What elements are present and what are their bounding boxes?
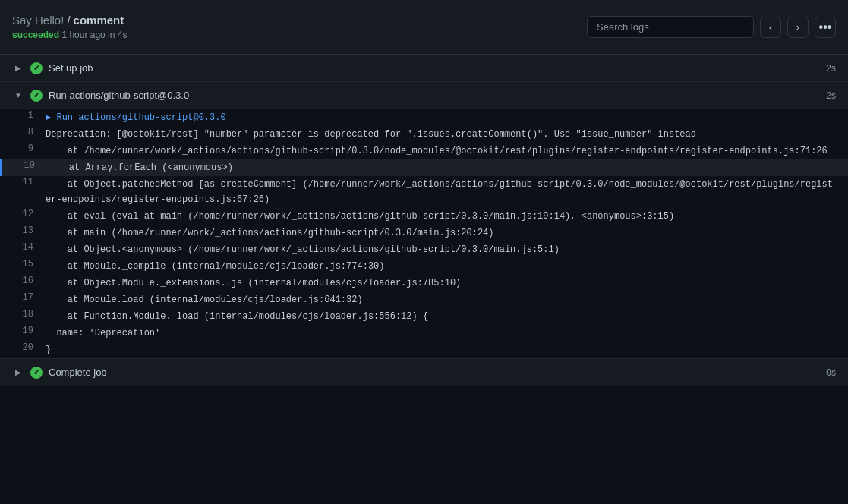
log-line[interactable]: 17 at Module.load (internal/modules/cjs/… [0, 291, 848, 308]
header-subtitle: succeeded 1 hour ago in 4s [12, 30, 127, 40]
line-number: 20 [0, 342, 46, 353]
log-line[interactable]: 8Deprecation: [@octokit/rest] "number" p… [0, 126, 848, 143]
log-line[interactable]: 16 at Object.Module._extensions..js (int… [0, 275, 848, 291]
more-options-button[interactable]: ••• [815, 17, 836, 38]
complete-job-label: Complete job [49, 367, 826, 378]
run-job-duration: 2s [826, 90, 836, 101]
status-text: succeeded [12, 30, 59, 40]
line-content: at main (/home/runner/work/_actions/acti… [46, 225, 848, 241]
header-title: Say Hello! / comment [12, 14, 127, 27]
complete-success-circle [30, 367, 43, 379]
line-content: at Object.<anonymous> (/home/runner/work… [46, 242, 848, 257]
line-content: at Object.Module._extensions..js (intern… [46, 276, 848, 291]
setup-check-icon [30, 62, 43, 74]
run-job-label: Run actions/github-script@0.3.0 [49, 90, 826, 101]
job-name: comment [74, 14, 125, 27]
log-line[interactable]: 12 at eval (eval at main (/home/runner/w… [0, 208, 848, 225]
line-number: 14 [0, 242, 46, 253]
line-number: 18 [0, 309, 46, 320]
log-line[interactable]: 11 at Object.patchedMethod [as createCom… [0, 176, 848, 208]
line-content: at Object.patchedMethod [as createCommen… [46, 177, 848, 207]
line-content: } [46, 342, 848, 358]
header: Say Hello! / comment succeeded 1 hour ag… [0, 0, 848, 55]
line-content: at Array.forEach (<anonymous>) [47, 160, 848, 175]
more-dots-icon: ••• [819, 20, 832, 34]
line-number: 12 [0, 209, 46, 219]
run-check-icon [30, 90, 43, 102]
log-line[interactable]: 19 name: 'Deprecation' [0, 325, 848, 342]
line-content: at Function.Module._load (internal/modul… [46, 309, 848, 324]
repo-name: Say Hello! [12, 14, 64, 27]
line-content: name: 'Deprecation' [46, 326, 848, 341]
line-number: 17 [0, 292, 46, 303]
line-content: at Module._compile (internal/modules/cjs… [46, 259, 848, 274]
setup-success-circle [30, 62, 43, 74]
line-number: 8 [0, 127, 46, 137]
line-content: at eval (eval at main (/home/runner/work… [46, 209, 848, 224]
line-content: at Module.load (internal/modules/cjs/loa… [46, 292, 848, 307]
next-nav-button[interactable]: › [787, 17, 809, 38]
line-number: 19 [0, 326, 46, 336]
setup-job-row[interactable]: ▶ Set up job 2s [0, 55, 848, 82]
content-area: ▶ Set up job 2s ▼ Run actions/github-scr… [0, 55, 848, 504]
log-line[interactable]: 10 at Array.forEach (<anonymous>) [0, 159, 848, 176]
run-chevron-icon: ▼ [12, 90, 24, 102]
log-line[interactable]: 18 at Function.Module._load (internal/mo… [0, 308, 848, 325]
line-content: at /home/runner/work/_actions/actions/gi… [46, 143, 848, 159]
line-number: 10 [2, 160, 47, 171]
run-job-row[interactable]: ▼ Run actions/github-script@0.3.0 2s [0, 82, 848, 109]
run-success-circle [30, 90, 43, 102]
line-number: 16 [0, 276, 46, 286]
search-input[interactable] [587, 16, 754, 38]
setup-job-duration: 2s [826, 63, 836, 74]
log-line[interactable]: 20} [0, 342, 848, 358]
line-number: 15 [0, 259, 46, 269]
prev-nav-button[interactable]: ‹ [760, 17, 781, 38]
line-number: 1 [0, 110, 46, 121]
log-line[interactable]: 1▶ Run actions/github-script@0.3.0 [0, 109, 848, 126]
log-line[interactable]: 13 at main (/home/runner/work/_actions/a… [0, 225, 848, 241]
log-line[interactable]: 14 at Object.<anonymous> (/home/runner/w… [0, 241, 848, 258]
complete-job-duration: 0s [826, 367, 836, 378]
setup-job-label: Set up job [49, 62, 826, 74]
complete-job-row[interactable]: ▶ Complete job 0s [0, 359, 848, 386]
run-job-section: ▼ Run actions/github-script@0.3.0 2s 1▶ … [0, 82, 848, 359]
line-number: 13 [0, 225, 46, 236]
line-number: 9 [0, 143, 46, 154]
complete-chevron-icon: ▶ [12, 367, 24, 379]
header-left: Say Hello! / comment succeeded 1 hour ag… [12, 14, 127, 40]
line-content: Deprecation: [@octokit/rest] "number" pa… [46, 127, 848, 142]
log-container: 1▶ Run actions/github-script@0.3.08Depre… [0, 109, 848, 358]
log-line[interactable]: 9 at /home/runner/work/_actions/actions/… [0, 143, 848, 159]
complete-check-icon [30, 367, 43, 379]
log-line[interactable]: 15 at Module._compile (internal/modules/… [0, 258, 848, 275]
line-number: 11 [0, 177, 46, 187]
line-content: ▶ Run actions/github-script@0.3.0 [46, 110, 848, 125]
setup-chevron-icon: ▶ [12, 62, 24, 74]
separator: / [67, 14, 70, 27]
time-detail: 1 hour ago in 4s [61, 30, 127, 40]
header-right: ‹ › ••• [587, 16, 836, 38]
